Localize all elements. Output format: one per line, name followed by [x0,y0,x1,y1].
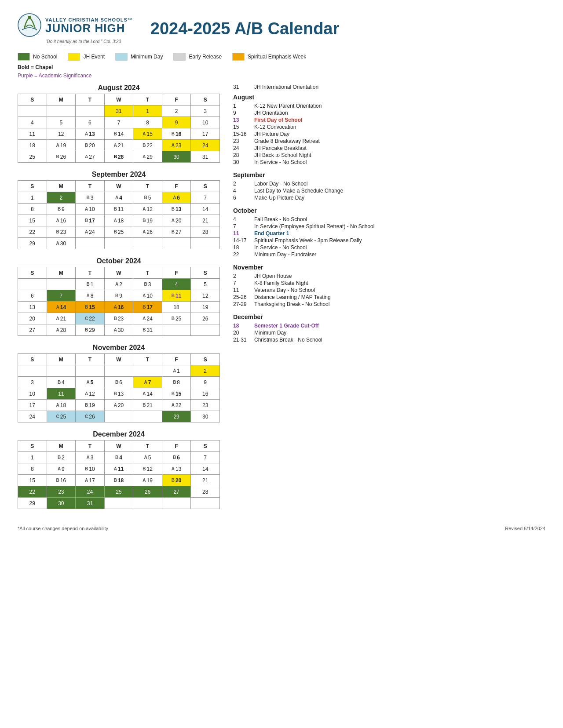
table-cell: 12 [47,128,76,140]
table-row: 1 2 B3 A4 B5 A6 7 [18,192,220,204]
table-row: 22 B23 A24 B25 A26 B27 28 [18,226,220,238]
col-fri: F [162,267,191,279]
table-row: 15 B16 A17 B18 A19 B20 21 [18,475,220,486]
table-cell: C22 [76,313,105,324]
table-cell: A16 [47,215,76,226]
table-cell: B15 [76,302,105,313]
table-cell [162,238,191,249]
table-row: 18 A19 B20 A21 B22 A23 24 [18,140,220,151]
col-thu: T [133,354,162,365]
table-cell: B4 [47,377,76,388]
event-desc: JH Pancake Breakfast [254,145,545,151]
table-cell: 23 [191,400,220,411]
table-row: 29 A30 [18,238,220,249]
event-desc: In Service - No School [254,244,545,251]
table-cell: 6 [18,290,47,302]
table-cell: A1 [162,365,191,377]
table-cell: 1 [18,452,47,463]
col-thu: T [133,440,162,452]
event-row: 25-26 Distance Learning / MAP Testing [233,294,545,300]
event-desc: JH Back to School Night [254,152,545,158]
table-cell: A26 [133,226,162,238]
col-thu: T [133,267,162,279]
table-cell: A15 [133,128,162,140]
table-row: 29 30 31 [18,498,220,509]
table-cell: 11 [47,388,76,400]
table-cell: B1 [76,279,105,290]
col-mon: M [47,354,76,365]
event-desc: Grade 8 Breakaway Retreat [254,138,545,144]
table-cell: A10 [76,204,105,215]
table-cell: 2 [162,106,191,117]
table-cell: B21 [133,400,162,411]
event-desc: First Day of School [254,117,545,123]
table-cell [47,279,76,290]
table-cell [76,238,105,249]
table-cell: 18 [18,140,47,151]
event-date: 20 [233,330,250,336]
col-sat: S [191,440,220,452]
legend-row: No School JH Event Minimum Day Early Rel… [18,53,545,61]
col-fri: F [162,181,191,192]
main-content: August 2024 S M T W T F S [18,84,545,517]
table-cell: B23 [104,313,133,324]
table-cell: A30 [47,238,76,249]
table-cell: A9 [47,463,76,475]
table-cell [133,498,162,509]
table-cell: 25 [18,151,47,163]
table-cell: 28 [191,486,220,498]
event-row: 28 JH Back to School Night [233,152,545,158]
table-cell [133,238,162,249]
table-row: 25 B26 A27 B28 A29 30 31 [18,151,220,163]
table-row: 31 1 2 3 [18,106,220,117]
table-row: A1 2 [18,365,220,377]
september-table: S M T W T F S 1 2 B3 A4 B5 [18,180,220,249]
table-cell [162,324,191,336]
table-cell: A24 [76,226,105,238]
event-date: 14-17 [233,237,250,244]
table-cell: 8 [18,463,47,475]
table-row: 10 11 A12 B13 A14 B15 16 [18,388,220,400]
table-row: 27 A28 B29 A30 B31 [18,324,220,336]
table-cell: 24 [18,411,47,422]
table-cell: 31 [191,151,220,163]
table-cell: A18 [104,215,133,226]
event-row: 11 Veterans Day - No School [233,287,545,293]
table-cell [191,238,220,249]
table-cell: A11 [104,463,133,475]
table-cell: B2 [47,452,76,463]
table-cell: 4 [162,279,191,290]
event-row: 18 In Service - No School [233,244,545,251]
event-date: 28 [233,152,250,158]
event-date: 18 [233,323,250,329]
event-desc: Christmas Break - No School [254,337,545,343]
table-cell: 26 [191,313,220,324]
events-column: 31 JH International Orientation August 1… [233,84,545,517]
legend-bold-note: Bold = Chapel [18,64,53,70]
footer-note: *All course changes depend on availabili… [18,526,108,531]
legend-spiritual-week: Spiritual Emphasis Week [232,53,306,61]
table-cell: A19 [47,140,76,151]
event-row: 14-17 Spiritual Emphasis Week - 3pm Rele… [233,237,545,244]
event-row: 15 K-12 Convocation [233,124,545,130]
table-cell: C26 [76,411,105,422]
tagline: "Do it heartily as to the Lord." Col. 3:… [45,39,121,44]
table-cell: 27 [18,324,47,336]
legend-label-no-school: No School [33,54,57,60]
event-desc: Make-Up Picture Day [254,195,545,201]
november-events: November 2 JH Open House 7 K-8 Family Sk… [233,264,545,307]
table-cell: 8 [18,204,47,215]
table-cell: A29 [133,151,162,163]
table-cell: 3 [191,106,220,117]
table-row: 22 23 24 25 26 27 28 [18,486,220,498]
event-desc: JH Open House [254,273,545,279]
table-row: B1 A2 B3 4 5 [18,279,220,290]
table-cell: 21 [191,215,220,226]
december-table: S M T W T F S 1 B2 A3 B4 A5 [18,440,220,509]
event-date: 15 [233,124,250,130]
school-name-block: VALLEY CHRISTIAN SCHOOLS™ JUNIOR HIGH [45,17,133,34]
table-cell: 11 [18,128,47,140]
table-cell: B11 [104,204,133,215]
table-cell: A21 [104,140,133,151]
legend-box-early-release [173,53,186,61]
